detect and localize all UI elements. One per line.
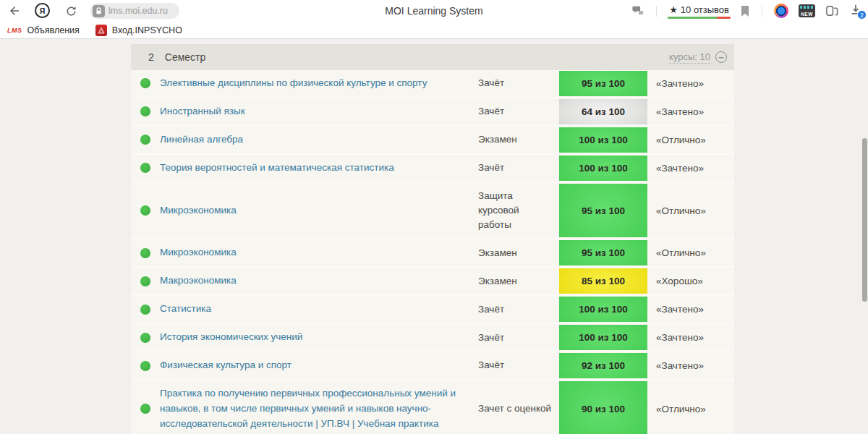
score-badge: 95 из 100 — [559, 71, 647, 96]
bookmark-announcements[interactable]: LMS Объявления — [7, 25, 80, 35]
score-badge: 100 из 100 — [559, 127, 647, 153]
reviews-rating[interactable]: ★ 10 отзывов — [668, 4, 731, 19]
course-rows: Элективные дисциплины по физической куль… — [131, 70, 734, 434]
bookmark-flag-icon[interactable] — [740, 5, 750, 17]
exam-type: Зачёт — [478, 297, 559, 323]
status-cell — [131, 106, 160, 116]
toolbar-divider — [762, 6, 762, 17]
exam-type: Экзамен — [478, 127, 559, 153]
status-dot-icon — [140, 248, 150, 258]
back-icon[interactable] — [7, 4, 22, 18]
course-link[interactable]: Линейная алгебра — [160, 127, 478, 153]
lms-page: 2 Семестр курсы: 10 − Элективные дисципл… — [0, 40, 868, 434]
course-link[interactable]: Микроэкономика — [160, 197, 478, 224]
status-dot-icon — [140, 106, 150, 116]
address-bar[interactable]: lms.moi.edu.ru — [90, 3, 179, 19]
status-cell — [131, 135, 160, 145]
table-row: Физическая культура и спорт Зачёт 92 из … — [131, 352, 734, 380]
semester-2-header: 2 Семестр курсы: 10 − — [131, 44, 734, 70]
browser-toolbar: Я lms.moi.edu.ru MOI Learning System ★ 1… — [0, 0, 868, 22]
grades-table: 2 Семестр курсы: 10 − Элективные дисципл… — [131, 44, 734, 434]
table-row: Практика по получению первичных професси… — [131, 380, 734, 434]
video-new-icon[interactable]: NEW — [799, 4, 815, 17]
score-badge: 100 из 100 — [559, 156, 647, 181]
url-text: lms.moi.edu.ru — [109, 6, 168, 16]
inpsycho-favicon-icon — [95, 25, 107, 36]
star-icon: ★ — [669, 4, 678, 15]
status-dot-icon — [140, 361, 150, 371]
table-row: Микроэкономика Защита курсовой работы 95… — [131, 183, 734, 240]
grade-text: «Зачтено» — [647, 78, 734, 89]
course-link[interactable]: Элективные дисциплины по физической куль… — [160, 70, 478, 97]
grade-text: «Зачтено» — [647, 332, 734, 343]
bookmarks-bar: LMS Объявления Вход.INPSYCHO — [0, 22, 868, 39]
table-row: История экономических учений Зачёт 100 и… — [131, 324, 734, 352]
grade-text: «Зачтено» — [647, 304, 734, 315]
table-row: Статистика Зачёт 100 из 100 «Зачтено» — [131, 296, 734, 324]
bookmark-inpsycho-login[interactable]: Вход.INPSYCHO — [95, 25, 182, 36]
collapse-icon[interactable]: − — [715, 51, 727, 63]
table-row: Элективные дисциплины по физической куль… — [131, 70, 734, 98]
exam-type: Зачёт — [478, 352, 559, 378]
table-row: Линейная алгебра Экзамен 100 из 100 «Отл… — [131, 127, 734, 155]
reviews-count: 10 отзывов — [681, 4, 729, 15]
course-link[interactable]: Иностранный язык — [160, 98, 478, 125]
status-dot-icon — [140, 135, 150, 145]
lms-favicon-icon: LMS — [7, 27, 22, 34]
course-link[interactable]: Макроэкономика — [160, 268, 478, 294]
status-dot-icon — [140, 78, 150, 88]
score-badge: 95 из 100 — [559, 240, 647, 265]
status-cell — [131, 404, 160, 414]
score-badge: 95 из 100 — [559, 184, 647, 238]
score-badge: 85 из 100 — [559, 268, 647, 294]
status-dot-icon — [140, 333, 150, 343]
extension-circle-icon[interactable] — [774, 4, 788, 18]
semester-label: Семестр — [165, 51, 206, 63]
yandex-icon[interactable]: Я — [35, 3, 50, 18]
status-dot-icon — [140, 163, 150, 173]
exam-type: Зачёт — [478, 98, 559, 124]
grade-text: «Хорошо» — [647, 276, 734, 286]
exam-type: Экзамен — [478, 268, 559, 294]
refresh-icon[interactable] — [64, 4, 78, 18]
grade-text: «Зачтено» — [647, 106, 734, 117]
status-dot-icon — [140, 305, 150, 315]
page-title: MOI Learning System — [385, 5, 482, 17]
course-link[interactable]: Практика по получению первичных професси… — [160, 380, 478, 434]
grade-text: «Зачтено» — [647, 360, 734, 371]
exam-type: Защита курсовой работы — [478, 183, 559, 239]
grade-text: «Отлично» — [647, 135, 734, 145]
scrollbar-thumb[interactable] — [862, 138, 867, 302]
score-badge: 90 из 100 — [559, 381, 647, 434]
course-link[interactable]: Микроэкономика — [160, 239, 478, 266]
score-badge: 100 из 100 — [559, 297, 647, 322]
table-row: Макроэкономика Экзамен 85 из 100 «Хорошо… — [131, 268, 734, 296]
score-badge: 92 из 100 — [559, 353, 647, 378]
status-dot-icon — [140, 276, 150, 286]
table-row: Теория вероятностей и математическая ста… — [131, 155, 734, 183]
grade-text: «Отлично» — [647, 205, 734, 216]
grade-text: «Отлично» — [647, 404, 734, 414]
status-cell — [131, 276, 160, 286]
grade-text: «Отлично» — [647, 247, 734, 258]
status-cell — [131, 248, 160, 258]
downloads-icon[interactable]: 2 — [849, 3, 865, 19]
chat-bubbles-icon[interactable] — [631, 5, 644, 17]
lock-icon[interactable] — [93, 5, 105, 17]
collections-icon[interactable] — [825, 4, 839, 17]
semester-number: 2 — [148, 51, 154, 63]
score-badge: 64 из 100 — [559, 99, 647, 124]
status-cell — [131, 205, 160, 216]
course-link[interactable]: Физическая культура и спорт — [160, 352, 478, 379]
status-cell — [131, 78, 160, 88]
downloads-badge: 2 — [857, 10, 867, 20]
status-cell — [131, 163, 160, 173]
exam-type: Экзамен — [478, 240, 559, 266]
toolbar-divider — [656, 6, 657, 17]
courses-count-link[interactable]: курсы: 10 — [669, 51, 710, 64]
course-link[interactable]: Статистика — [160, 296, 478, 323]
course-link[interactable]: Теория вероятностей и математическая ста… — [160, 155, 478, 182]
reviews-rating-bar — [668, 17, 731, 19]
status-dot-icon — [140, 404, 150, 414]
course-link[interactable]: История экономических учений — [160, 324, 478, 351]
